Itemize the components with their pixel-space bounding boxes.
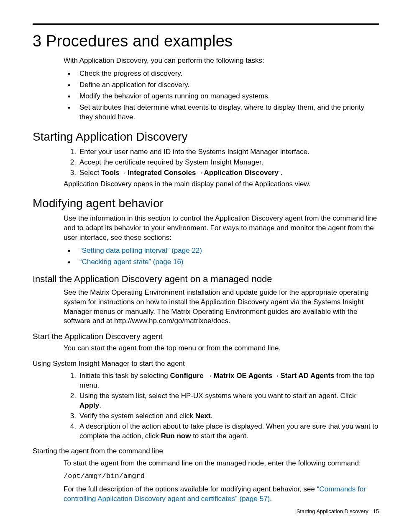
bold-next: Next [195, 412, 211, 420]
install-paragraph: See the Matrix Operating Environment ins… [64, 288, 379, 326]
text: For the full description of the options … [64, 485, 317, 493]
bold-integrated-consoles: Integrated Consoles [128, 169, 196, 177]
list-item: “Setting data polling interval” (page 22… [64, 246, 379, 256]
bold-apply: Apply [79, 401, 99, 409]
starting-after-paragraph: Application Discovery opens in the main … [64, 180, 379, 189]
intro-paragraph: With Application Discovery, you can perf… [64, 56, 379, 66]
sim-steps: Initiate this task by selecting Configur… [64, 371, 379, 441]
cli-paragraph: To start the agent from the command line… [64, 459, 379, 468]
cross-ref-link[interactable]: “Setting data polling interval” (page 22… [79, 247, 202, 254]
cross-ref-link[interactable]: “Checking agent state” (page 16) [79, 258, 184, 266]
text: . [279, 169, 282, 177]
top-rule [33, 23, 379, 25]
subsubsection-cli-heading: Starting the agent from the command line [33, 447, 379, 456]
list-item: Select Tools→Integrated Consoles→Applica… [64, 168, 379, 178]
list-item: Modify the behavior of agents running on… [64, 92, 379, 101]
footer-page-number: 15 [373, 508, 379, 514]
chapter-title: 3 Procedures and examples [33, 31, 379, 52]
cli-after-paragraph: For the full description of the options … [64, 485, 379, 504]
list-item: Enter your user name and ID into the Sys… [64, 147, 379, 157]
list-item: A description of the action about to tak… [64, 422, 379, 441]
list-item: Accept the certificate required by Syste… [64, 158, 379, 167]
list-item: Set attributes that determine what event… [64, 103, 379, 122]
text: . [99, 401, 101, 409]
arrow-icon: → [272, 372, 280, 380]
bold-matrix-oe-agents: Matrix OE Agents [213, 372, 272, 380]
text: to start the agent. [191, 432, 248, 440]
list-item: Using the system list, select the HP-UX … [64, 391, 379, 411]
bold-application-discovery: Application Discovery [204, 169, 279, 177]
arrow-icon: → [205, 372, 213, 380]
subsubsection-sim-heading: Using System Insight Manager to start th… [33, 359, 379, 369]
text: Using the system list, select the HP-UX … [79, 392, 356, 400]
text: Initiate this task by selecting [79, 372, 170, 380]
cli-command: /opt/amgr/bin/amgrd [64, 472, 379, 481]
section-starting-heading: Starting Application Discovery [33, 129, 379, 145]
arrow-icon: → [120, 169, 128, 177]
subsection-install-heading: Install the Application Discovery agent … [33, 273, 379, 285]
text: Select [79, 169, 101, 177]
list-item: Define an application for discovery. [64, 80, 379, 90]
text: Verify the system selection and click [79, 412, 195, 420]
intro-bullet-list: Check the progress of discovery. Define … [64, 69, 379, 122]
starting-steps: Enter your user name and ID into the Sys… [64, 147, 379, 178]
section-modifying-heading: Modifying agent behavior [33, 195, 379, 211]
footer-section-label: Starting Application Discovery [297, 508, 368, 514]
subsection-start-agent-heading: Start the Application Discovery agent [33, 331, 379, 342]
list-item: Initiate this task by selecting Configur… [64, 371, 379, 391]
start-agent-paragraph: You can start the agent from the top men… [64, 344, 379, 353]
page-footer: Starting Application Discovery 15 [297, 508, 379, 515]
text: . [211, 412, 213, 420]
list-item: Check the progress of discovery. [64, 69, 379, 79]
bold-configure: Configure [170, 372, 203, 380]
bold-start-ad-agents: Start AD Agents [280, 372, 334, 380]
bold-run-now: Run now [161, 432, 191, 440]
text: . [270, 495, 272, 503]
list-item: “Checking agent state” (page 16) [64, 257, 379, 267]
list-item: Verify the system selection and click Ne… [64, 411, 379, 421]
modifying-links-list: “Setting data polling interval” (page 22… [64, 246, 379, 267]
arrow-icon: → [196, 169, 204, 177]
modifying-paragraph: Use the information in this section to c… [64, 214, 379, 243]
bold-tools: Tools [101, 169, 120, 177]
